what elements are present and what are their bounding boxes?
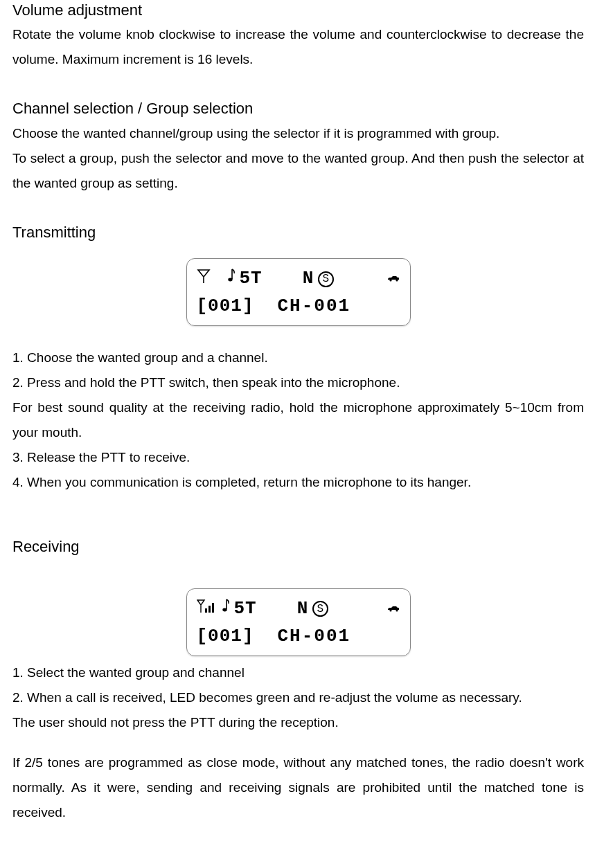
lcd-s-circle: S — [312, 601, 328, 617]
section-title-channel: Channel selection / Group selection — [12, 100, 584, 118]
section-title-volume: Volume adjustment — [12, 1, 584, 19]
transmitting-step-note: For best sound quality at the receiving … — [12, 395, 584, 445]
paragraph-volume: Rotate the volume knob clockwise to incr… — [12, 22, 584, 72]
section-title-receiving: Receiving — [12, 538, 584, 556]
spacer — [12, 523, 584, 538]
lcd-row-2: [001] CH-001 — [197, 624, 400, 649]
lcd-5t: 5T — [234, 598, 257, 619]
lcd-row-1: 5T N S — [197, 266, 400, 291]
svg-rect-5 — [212, 603, 214, 613]
antenna-icon — [197, 268, 211, 289]
section-title-transmitting: Transmitting — [12, 224, 584, 242]
receiving-note-1: The user should not press the PTT during… — [12, 710, 584, 735]
svg-point-1 — [389, 280, 391, 282]
spacer — [12, 244, 584, 257]
car-icon — [387, 274, 400, 282]
car-icon — [387, 604, 400, 613]
antenna-bars-icon — [197, 598, 216, 619]
lcd-screen: 5T N S [001] CH-001 — [186, 258, 411, 326]
lcd-channel: CH-001 — [278, 296, 351, 316]
receiving-step-2: 2. When a call is received, LED becomes … — [12, 685, 584, 710]
spacer — [12, 330, 584, 345]
transmitting-step-1: 1. Choose the wanted group and a channel… — [12, 345, 584, 370]
svg-point-0 — [228, 278, 232, 282]
note-icon — [220, 598, 230, 619]
lcd-row-1: 5T N S — [197, 596, 400, 621]
lcd-figure-transmitting: 5T N S [001] CH-001 — [12, 257, 584, 330]
paragraph-channel-1: Choose the wanted channel/group using th… — [12, 121, 584, 146]
lcd-screen: 5T N S [001] CH-001 — [186, 588, 411, 656]
spacer — [12, 495, 584, 523]
page: Volume adjustment Rotate the volume knob… — [0, 0, 595, 868]
svg-point-7 — [389, 609, 391, 611]
spacer — [12, 72, 584, 100]
lcd-channel: CH-001 — [278, 626, 351, 647]
lcd-row-2: [001] CH-001 — [197, 293, 400, 318]
svg-point-2 — [396, 280, 398, 282]
lcd-group: [001] — [197, 296, 254, 316]
spacer — [12, 196, 584, 224]
transmitting-step-4: 4. When you communication is completed, … — [12, 470, 584, 495]
svg-point-8 — [396, 609, 398, 611]
receiving-note-2: If 2/5 tones are programmed as close mod… — [12, 750, 584, 825]
svg-rect-3 — [205, 608, 207, 613]
lcd-figure-receiving: 5T N S [001] CH-001 — [12, 587, 584, 660]
spacer — [12, 735, 584, 750]
lcd-5t: 5T — [240, 268, 263, 289]
note-icon — [226, 268, 236, 289]
svg-rect-4 — [208, 606, 211, 613]
svg-point-6 — [222, 608, 227, 611]
receiving-step-1: 1. Select the wanted group and channel — [12, 660, 584, 685]
lcd-n: N — [297, 598, 309, 619]
transmitting-step-3: 3. Release the PTT to receive. — [12, 445, 584, 470]
paragraph-channel-2: To select a group, push the selector and… — [12, 146, 584, 196]
lcd-s-circle: S — [318, 271, 334, 287]
lcd-n: N — [303, 268, 314, 289]
spacer — [12, 559, 584, 587]
lcd-group: [001] — [197, 626, 254, 647]
transmitting-step-2: 2. Press and hold the PTT switch, then s… — [12, 370, 584, 395]
